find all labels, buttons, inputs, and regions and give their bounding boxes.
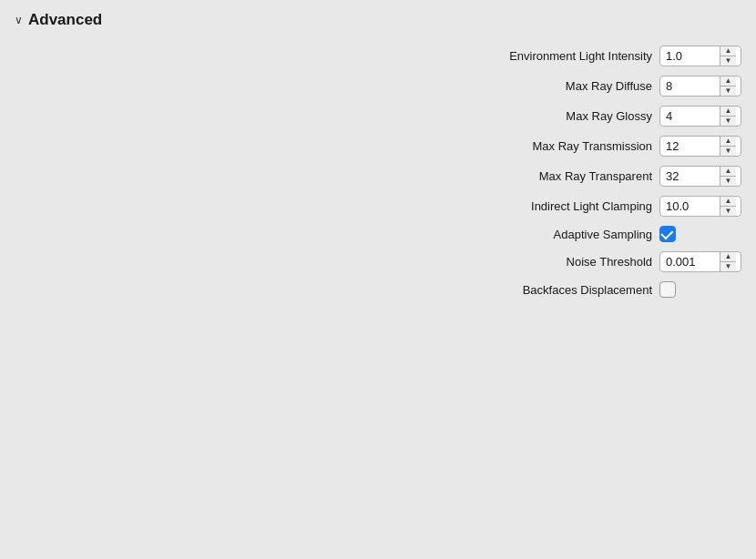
input-env-light-intensity[interactable] <box>660 46 720 66</box>
field-row-max-ray-glossy: Max Ray Glossy▲▼ <box>15 106 741 127</box>
spinbox-buttons-max-ray-diffuse: ▲▼ <box>720 76 736 96</box>
input-max-ray-transparent[interactable] <box>660 167 720 186</box>
input-noise-threshold[interactable] <box>660 252 720 271</box>
spinbox-up-env-light-intensity[interactable]: ▲ <box>720 46 736 56</box>
spinbox-max-ray-diffuse: ▲▼ <box>659 76 741 97</box>
advanced-section: ∨ Advanced Environment Light Intensity▲▼… <box>0 0 756 318</box>
spinbox-max-ray-glossy: ▲▼ <box>659 106 741 127</box>
spinbox-up-max-ray-diffuse[interactable]: ▲ <box>720 76 736 86</box>
spinbox-buttons-env-light-intensity: ▲▼ <box>720 46 736 66</box>
field-row-noise-threshold: Noise Threshold▲▼ <box>15 251 741 272</box>
spinbox-max-ray-transmission: ▲▼ <box>659 136 741 157</box>
spinbox-down-env-light-intensity[interactable]: ▼ <box>720 56 736 66</box>
spinbox-buttons-max-ray-transmission: ▲▼ <box>720 137 736 156</box>
spinbox-down-noise-threshold[interactable]: ▼ <box>720 262 736 271</box>
label-adaptive-sampling: Adaptive Sampling <box>470 228 652 241</box>
label-max-ray-transparent: Max Ray Transparent <box>470 169 652 183</box>
spinbox-noise-threshold: ▲▼ <box>659 251 741 272</box>
spinbox-indirect-light-clamping: ▲▼ <box>659 196 741 217</box>
field-row-env-light-intensity: Environment Light Intensity▲▼ <box>15 46 741 66</box>
checkbox-wrapper-adaptive-sampling <box>659 226 741 242</box>
spinbox-buttons-max-ray-transparent: ▲▼ <box>720 167 736 186</box>
input-max-ray-diffuse[interactable] <box>660 76 720 96</box>
spinbox-buttons-indirect-light-clamping: ▲▼ <box>720 197 736 216</box>
field-row-max-ray-transparent: Max Ray Transparent▲▼ <box>15 166 741 187</box>
spinbox-env-light-intensity: ▲▼ <box>659 46 741 66</box>
section-title: Advanced <box>28 11 102 29</box>
label-noise-threshold: Noise Threshold <box>470 255 652 269</box>
spinbox-down-max-ray-transmission[interactable]: ▼ <box>720 147 736 156</box>
label-indirect-light-clamping: Indirect Light Clamping <box>470 199 652 213</box>
spinbox-up-noise-threshold[interactable]: ▲ <box>720 252 736 262</box>
input-indirect-light-clamping[interactable] <box>660 197 720 216</box>
field-row-max-ray-diffuse: Max Ray Diffuse▲▼ <box>15 76 741 97</box>
spinbox-buttons-noise-threshold: ▲▼ <box>720 252 736 271</box>
field-row-backfaces-displacement: Backfaces Displacement <box>15 281 741 298</box>
spinbox-down-max-ray-diffuse[interactable]: ▼ <box>720 86 736 96</box>
spinbox-up-indirect-light-clamping[interactable]: ▲ <box>720 197 736 207</box>
section-header: ∨ Advanced <box>15 11 741 29</box>
checkbox-backfaces-displacement[interactable] <box>659 281 676 298</box>
spinbox-down-max-ray-glossy[interactable]: ▼ <box>720 117 736 126</box>
field-row-adaptive-sampling: Adaptive Sampling <box>15 226 741 242</box>
spinbox-up-max-ray-transparent[interactable]: ▲ <box>720 167 736 177</box>
spinbox-max-ray-transparent: ▲▼ <box>659 166 741 187</box>
fields-area: Environment Light Intensity▲▼Max Ray Dif… <box>15 46 741 307</box>
spinbox-down-indirect-light-clamping[interactable]: ▼ <box>720 207 736 216</box>
spinbox-buttons-max-ray-glossy: ▲▼ <box>720 107 736 126</box>
field-row-max-ray-transmission: Max Ray Transmission▲▼ <box>15 136 741 157</box>
input-max-ray-glossy[interactable] <box>660 107 720 126</box>
spinbox-down-max-ray-transparent[interactable]: ▼ <box>720 177 736 186</box>
label-max-ray-glossy: Max Ray Glossy <box>470 109 652 123</box>
checkbox-adaptive-sampling[interactable] <box>659 226 676 242</box>
collapse-chevron-icon[interactable]: ∨ <box>15 14 23 26</box>
label-backfaces-displacement: Backfaces Displacement <box>470 283 652 297</box>
label-max-ray-transmission: Max Ray Transmission <box>470 139 652 153</box>
spinbox-up-max-ray-glossy[interactable]: ▲ <box>720 107 736 117</box>
label-env-light-intensity: Environment Light Intensity <box>470 49 652 63</box>
label-max-ray-diffuse: Max Ray Diffuse <box>470 79 652 93</box>
field-row-indirect-light-clamping: Indirect Light Clamping▲▼ <box>15 196 741 217</box>
input-max-ray-transmission[interactable] <box>660 137 720 156</box>
spinbox-up-max-ray-transmission[interactable]: ▲ <box>720 137 736 147</box>
checkbox-wrapper-backfaces-displacement <box>659 281 741 298</box>
